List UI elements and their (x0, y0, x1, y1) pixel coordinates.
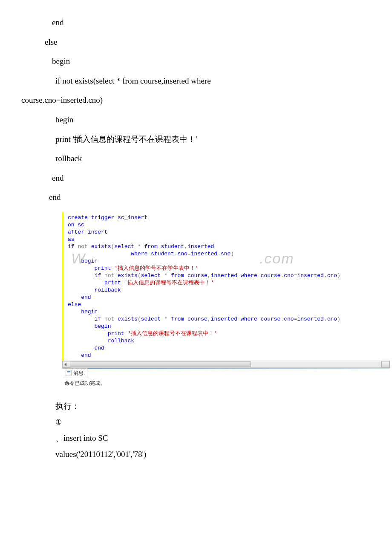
code-line: course.cno=inserted.cno) (21, 90, 371, 110)
sql-line: if not exists(select * from course,inser… (68, 315, 390, 323)
sql-line: print '插入信息的课程号不在课程表中！' (68, 279, 390, 286)
sql-line: else (68, 301, 390, 308)
sql-line: end (68, 344, 390, 352)
sql-line: begin (68, 323, 390, 330)
code-line: else (21, 32, 371, 52)
sql-line: on sc (68, 221, 390, 228)
item-number: ① (21, 414, 371, 430)
code-line: begin (21, 52, 371, 71)
messages-icon (66, 370, 72, 376)
messages-tab-label: 消息 (73, 370, 84, 377)
scrollbar-track[interactable] (70, 361, 382, 367)
messages-bar (62, 368, 390, 369)
sql-line: as (68, 236, 390, 243)
sql-line: rollback (68, 286, 390, 294)
scroll-right-icon[interactable] (385, 363, 387, 366)
insert-stmt-line1: 、insert into SC (21, 430, 371, 446)
code-line: rollback (21, 149, 371, 168)
sql-line: begin (68, 257, 390, 265)
insert-stmt-line2: values('20110112','001','78') (21, 446, 371, 462)
code-line: begin (21, 110, 371, 130)
sql-line: end (68, 294, 390, 301)
messages-output: 命令已成功完成。 (62, 378, 390, 388)
sql-line: if not exists(select * from course,inser… (68, 272, 390, 279)
sql-line: create trigger sc_insert (68, 214, 390, 221)
sql-line: print '插入信息的学号不在学生表中！' (68, 265, 390, 272)
sql-line: print '插入信息的课程号不在课程表中！' (68, 330, 390, 337)
scrollbar-thumb[interactable] (70, 361, 251, 367)
sql-line: where student.sno=inserted.sno) (68, 250, 390, 257)
sql-code-area: W .com create trigger sc_insert on sc af… (62, 212, 390, 361)
sql-line: begin (68, 308, 390, 315)
sql-line: end (68, 352, 390, 359)
code-line: end (21, 13, 371, 32)
code-line: end (21, 168, 371, 188)
scroll-left-icon[interactable] (64, 363, 66, 366)
horizontal-scrollbar[interactable] (62, 361, 390, 368)
execute-label: 执行： (21, 398, 371, 414)
sql-line: after insert (68, 228, 390, 236)
sql-line: rollback (68, 337, 390, 344)
code-line: if not exists(select * from course,inser… (21, 71, 371, 91)
code-line: end (21, 188, 371, 207)
code-line: print '插入信息的课程号不在课程表中！' (21, 130, 371, 149)
sql-line: if not exists(select * from student,inse… (68, 243, 390, 250)
sql-editor-screenshot: W .com create trigger sc_insert on sc af… (62, 212, 390, 388)
messages-tab[interactable]: 消息 (62, 368, 87, 378)
